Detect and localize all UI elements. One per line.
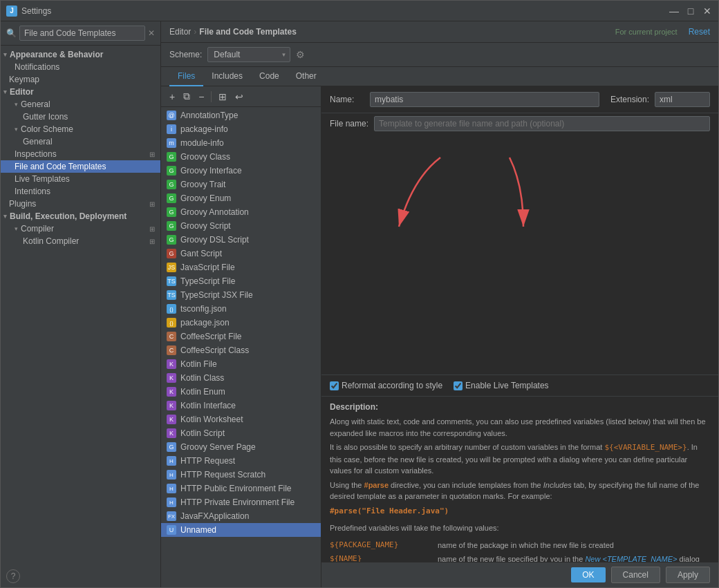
remove-template-button[interactable]: − [196, 90, 207, 104]
file-item-package-json[interactable]: {} package.json [161, 316, 321, 330]
description-text: Along with static text, code and comment… [330, 416, 710, 562]
file-item-groovy-dsl[interactable]: G Groovy DSL Script [161, 233, 321, 247]
live-templates-checkbox[interactable] [454, 381, 463, 390]
file-label-groovy-interface: Groovy Interface [180, 166, 242, 176]
file-item-unnamed[interactable]: U Unnamed [161, 523, 321, 537]
help-button[interactable]: ? [6, 569, 20, 583]
scheme-select[interactable]: Default [207, 47, 290, 62]
search-clear-button[interactable]: ✕ [148, 28, 155, 38]
file-item-javafx[interactable]: FX JavaFXApplication [161, 509, 321, 523]
file-item-kotlin-file[interactable]: K Kotlin File [161, 357, 321, 371]
file-item-http-private[interactable]: H HTTP Private Environment File [161, 495, 321, 509]
reset-button[interactable]: Reset [689, 27, 710, 37]
file-item-http-request[interactable]: H HTTP Request [161, 454, 321, 468]
var-name-package: ${PACKAGE_NAME} [330, 540, 427, 551]
file-item-package-info[interactable]: i package-info [161, 122, 321, 136]
sidebar-item-general[interactable]: ▾ General [1, 98, 160, 111]
file-item-annotationtype[interactable]: @ AnnotationType [161, 108, 321, 122]
file-label-annotationtype: AnnotationType [180, 111, 238, 120]
name-input[interactable] [370, 92, 599, 107]
tabs-row: Files Includes Code Other [161, 67, 718, 86]
file-item-kotlin-interface[interactable]: K Kotlin Interface [161, 399, 321, 412]
file-item-groovy-class[interactable]: G Groovy Class [161, 150, 321, 164]
file-label-package-info: package-info [180, 124, 228, 134]
revert-template-button[interactable]: ↩ [232, 90, 246, 104]
file-item-groovy-annotation[interactable]: G Groovy Annotation [161, 205, 321, 219]
tab-code[interactable]: Code [251, 67, 288, 86]
apply-button[interactable]: Apply [666, 567, 710, 583]
file-icon-tsconfig: {} [167, 304, 176, 314]
sidebar-item-notifications[interactable]: Notifications [1, 61, 160, 73]
editor-panel: Name: Extension: File name: [321, 86, 718, 587]
file-icon-unnamed: U [167, 525, 176, 535]
extension-input[interactable] [655, 92, 710, 107]
file-item-groovy-interface[interactable]: G Groovy Interface [161, 164, 321, 178]
titlebar: J Settings — □ ✕ [1, 1, 718, 21]
ok-button[interactable]: OK [571, 567, 605, 582]
maximize-button[interactable]: □ [685, 6, 696, 17]
file-item-kotlin-class[interactable]: K Kotlin Class [161, 371, 321, 385]
sidebar-label-inspections: Inspections [15, 149, 57, 159]
file-item-kotlin-worksheet[interactable]: K Kotlin Worksheet [161, 412, 321, 426]
sidebar-item-gutter-icons[interactable]: Gutter Icons [1, 111, 160, 123]
sidebar-item-inspections[interactable]: Inspections ⊞ [1, 148, 160, 160]
file-label-coffeescript-file: CoffeeScript File [180, 332, 241, 341]
sidebar-item-intentions[interactable]: Intentions [1, 185, 160, 198]
sidebar-item-file-templates[interactable]: File and Code Templates [1, 160, 160, 173]
file-label-groovy-annotation: Groovy Annotation [180, 207, 249, 217]
sidebar-item-kotlin-compiler[interactable]: Kotlin Compiler ⊞ [1, 235, 160, 247]
cancel-button[interactable]: Cancel [611, 567, 660, 583]
header-right: For current project Reset [615, 27, 710, 37]
file-item-groovy-server-page[interactable]: G Groovy Server Page [161, 440, 321, 454]
sidebar-item-plugins[interactable]: Plugins ⊞ [1, 198, 160, 210]
search-input[interactable] [19, 26, 145, 41]
sidebar-item-live-templates[interactable]: Live Templates [1, 173, 160, 185]
reformat-checkbox-label[interactable]: Reformat according to style [330, 381, 442, 390]
sidebar-item-compiler[interactable]: ▾ Compiler ⊞ [1, 222, 160, 235]
file-item-javascript[interactable]: JS JavaScript File [161, 260, 321, 274]
minimize-button[interactable]: — [669, 6, 680, 17]
file-item-module-info[interactable]: m module-info [161, 136, 321, 150]
sidebar-section-build[interactable]: ▾ Build, Execution, Deployment [1, 210, 160, 222]
file-item-coffeescript-class[interactable]: C CoffeeScript Class [161, 343, 321, 357]
tab-files[interactable]: Files [169, 67, 203, 86]
tab-includes[interactable]: Includes [203, 67, 251, 86]
file-item-kotlin-script[interactable]: K Kotlin Script [161, 426, 321, 440]
file-item-kotlin-enum[interactable]: K Kotlin Enum [161, 385, 321, 399]
file-icon-package-info: i [167, 124, 176, 134]
code-editor-area[interactable] [330, 137, 710, 374]
sidebar-item-color-scheme[interactable]: ▾ Color Scheme [1, 123, 160, 135]
scheme-gear-icon[interactable]: ⚙ [296, 49, 305, 60]
file-label-groovy-trait: Groovy Trait [180, 180, 225, 189]
duplicate-template-button[interactable]: ⊞ [216, 90, 230, 104]
file-item-tsconfig[interactable]: {} tsconfig.json [161, 302, 321, 316]
file-item-groovy-trait[interactable]: G Groovy Trait [161, 178, 321, 191]
checkboxes-row: Reformat according to style Enable Live … [321, 374, 718, 396]
sidebar-section-appearance[interactable]: ▾ Appearance & Behavior [1, 48, 160, 61]
filename-input[interactable] [374, 116, 710, 131]
app-icon: J [6, 6, 17, 17]
file-item-groovy-script[interactable]: G Groovy Script [161, 219, 321, 233]
file-item-coffeescript-file[interactable]: C CoffeeScript File [161, 330, 321, 343]
file-item-http-public[interactable]: H HTTP Public Environment File [161, 482, 321, 495]
copy-template-button[interactable]: ⧉ [180, 89, 193, 104]
file-item-http-scratch[interactable]: H HTTP Request Scratch [161, 468, 321, 482]
file-item-typescript-jsx[interactable]: TS TypeScript JSX File [161, 288, 321, 302]
sidebar-item-color-general[interactable]: General [1, 135, 160, 148]
file-label-kotlin-script: Kotlin Script [180, 428, 225, 438]
close-button[interactable]: ✕ [702, 6, 713, 17]
sidebar-item-keymap[interactable]: Keymap [1, 73, 160, 86]
file-label-module-info: module-info [180, 138, 224, 148]
file-item-typescript[interactable]: TS TypeScript File [161, 274, 321, 288]
file-item-gant-script[interactable]: G Gant Script [161, 247, 321, 260]
file-item-groovy-enum[interactable]: G Groovy Enum [161, 191, 321, 205]
sidebar-section-editor[interactable]: ▾ Editor [1, 86, 160, 98]
file-icon-groovy-annotation: G [167, 207, 176, 217]
reformat-checkbox[interactable] [330, 381, 339, 390]
add-template-button[interactable]: + [167, 90, 178, 104]
search-icon: 🔍 [6, 28, 17, 38]
file-icon-http-public: H [167, 484, 176, 493]
file-label-javafx: JavaFXApplication [180, 511, 249, 521]
live-templates-checkbox-label[interactable]: Enable Live Templates [454, 381, 549, 390]
tab-other[interactable]: Other [288, 67, 325, 86]
